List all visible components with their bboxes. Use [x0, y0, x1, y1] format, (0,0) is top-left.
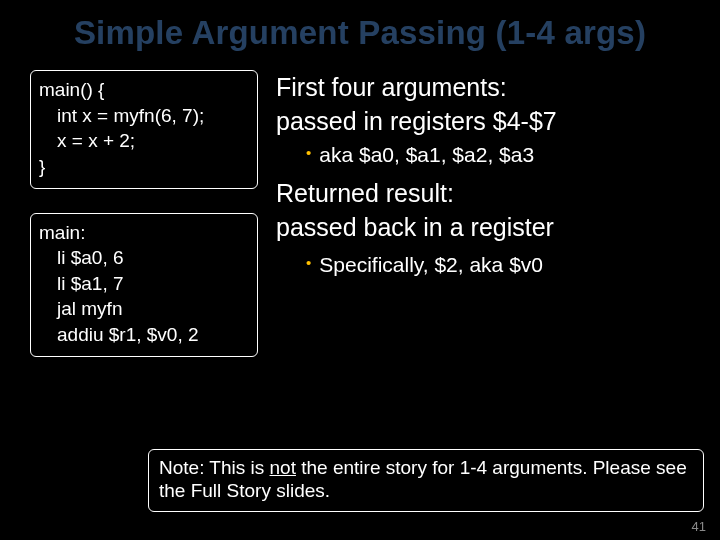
bullet-text: aka $a0, $a1, $a2, $a3: [319, 141, 534, 168]
slide-title: Simple Argument Passing (1-4 args): [30, 14, 690, 52]
code-box-asm: main: li $a0, 6 li $a1, 7 jal myfn addiu…: [30, 213, 258, 357]
right-column: First four arguments: passed in register…: [276, 70, 690, 357]
bullet-text: Specifically, $2, aka $v0: [319, 251, 543, 278]
code-line: x = x + 2;: [39, 128, 249, 154]
code-line: main() {: [39, 77, 249, 103]
bullet-item: • Specifically, $2, aka $v0: [276, 251, 690, 278]
page-number: 41: [692, 519, 706, 534]
note-text: Note: This is not the entire story for 1…: [159, 457, 687, 502]
note-not: not: [270, 457, 296, 478]
code-line: }: [39, 154, 249, 180]
code-line: main:: [39, 220, 249, 246]
body-line: passed in registers $4-$7: [276, 106, 690, 138]
note-prefix: Note: This is: [159, 457, 270, 478]
body-line: passed back in a register: [276, 212, 690, 244]
body-line: Returned result:: [276, 178, 690, 210]
note-box: Note: This is not the entire story for 1…: [148, 449, 704, 513]
slide: Simple Argument Passing (1-4 args) main(…: [0, 0, 720, 540]
code-line: li $a0, 6: [39, 245, 249, 271]
code-box-c: main() { int x = myfn(6, 7); x = x + 2; …: [30, 70, 258, 189]
code-line: addiu $r1, $v0, 2: [39, 322, 249, 348]
bullet-item: • aka $a0, $a1, $a2, $a3: [276, 141, 690, 168]
bullet-icon: •: [306, 141, 311, 165]
code-line: jal myfn: [39, 296, 249, 322]
code-line: li $a1, 7: [39, 271, 249, 297]
content-row: main() { int x = myfn(6, 7); x = x + 2; …: [30, 70, 690, 357]
bullet-icon: •: [306, 251, 311, 275]
code-line: int x = myfn(6, 7);: [39, 103, 249, 129]
left-column: main() { int x = myfn(6, 7); x = x + 2; …: [30, 70, 258, 357]
body-line: First four arguments:: [276, 72, 690, 104]
